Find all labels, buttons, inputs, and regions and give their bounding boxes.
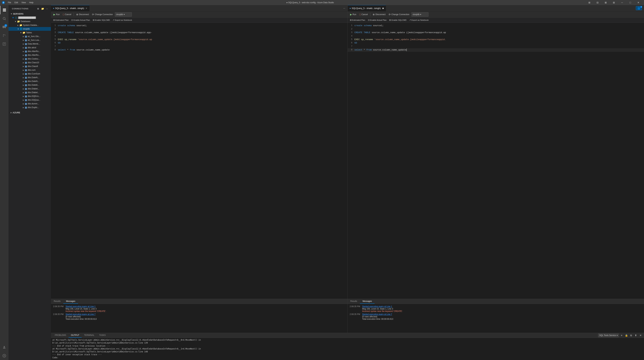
menu-view[interactable]: View [20, 1, 27, 4]
right-actual-plan-button[interactable]: ⊡ Enable Actual Plan [367, 18, 388, 21]
more-actions-button[interactable]: ··· [45, 7, 49, 10]
activity-git[interactable] [0, 31, 8, 40]
right-messages-tab[interactable]: Messages [360, 299, 375, 304]
left-tab[interactable]: ■ SQLQuery_5 - shakti...isingh) ✕ [51, 5, 90, 11]
table-item[interactable]: ▶ ▦ dbo.Castou... [8, 57, 51, 61]
right-cancel-button[interactable]: □ Cancel [358, 13, 369, 16]
left-query-toolbar: ▶ Run □ Cancel ⊗ Disconnect ⟳ Change Co [51, 11, 348, 17]
left-tab-more[interactable]: ··· [342, 6, 346, 10]
left-change-connection-button[interactable]: ⟳ Change Connection [91, 13, 114, 16]
lock-button[interactable]: 🔒 [624, 333, 628, 338]
maximize-button[interactable]: □ [626, 0, 634, 5]
azure-section-header[interactable]: ▶ AZURE [8, 111, 51, 115]
servers-section-header[interactable]: ▼ SERVERS [8, 12, 51, 16]
menu-file[interactable]: File [6, 1, 12, 4]
editor-panes: ▶ Run □ Cancel ⊗ Disconnect ⟳ Change Co [51, 11, 644, 333]
table-item[interactable]: ▶ ▦ Data.Memb... [8, 42, 51, 46]
menu-help[interactable]: Help [28, 1, 35, 4]
code-line: 3 CREATE TABLE source.column_name_update… [348, 31, 644, 34]
system-databases-item[interactable]: ▶ 📁 System Databa... [8, 23, 51, 27]
new-folder-button[interactable]: 📁 [41, 7, 44, 10]
activity-search[interactable] [0, 14, 8, 23]
list-view-button[interactable]: ≡ [620, 333, 624, 338]
table-item[interactable]: ▶ ▦ dbo.DQErro... [8, 94, 51, 98]
table-item[interactable]: ▶ ▦ dbo.Diabet... [8, 91, 51, 94]
left-code-editor[interactable]: 1 create schema source1; 2 3 CREATE TABL… [51, 22, 348, 299]
right-disconnect-button[interactable]: ⊗ Disconnect [372, 13, 386, 16]
table-item[interactable]: ▶ ▦ dbo.CumSum [8, 72, 51, 76]
table-item[interactable]: ▶ ▦ dbo.Class9 [8, 64, 51, 68]
save-layout-button[interactable]: + [636, 6, 642, 10]
panel-icon[interactable]: ⊠ [602, 0, 610, 5]
left-estimated-plan-button[interactable]: ⊞ Estimated Plan [52, 18, 70, 21]
copy-output-button[interactable]: ⧉ [629, 333, 633, 338]
activity-notebooks[interactable] [0, 40, 8, 48]
left-connection-dropdown[interactable]: cksqldb ▾ [115, 12, 132, 17]
code-line: 1 create schema source1; [51, 24, 348, 27]
right-secondary-toolbar: ⊞ Estimated Plan ⊡ Enable Actual Plan ⊞ … [348, 17, 644, 22]
left-sqlcmd-button[interactable]: ⊞ Enable SQLCMD [92, 18, 111, 21]
table-item[interactable]: ▶ ▦ dbo.DateN... [8, 76, 51, 79]
activity-account[interactable] [0, 343, 8, 352]
close-panel-button[interactable]: ✕ [638, 333, 643, 338]
new-connection-button[interactable]: ⊕ [36, 7, 40, 10]
table-item[interactable]: ▶ ▦ dbo.Datetii... [8, 83, 51, 87]
right-sqlcmd-button[interactable]: ⊞ Enable SQLCMD [388, 18, 407, 21]
right-results-tab[interactable]: Results [348, 299, 360, 304]
right-estimated-plan-button[interactable]: ⊞ Estimated Plan [349, 18, 366, 21]
cksqldb-item[interactable]: ▼ 🗄 cksqldb [8, 27, 51, 31]
left-actual-plan-button[interactable]: ⊡ Enable Actual Plan [70, 18, 91, 21]
table-item[interactable]: ▶ ▦ dbo.DateN... [8, 79, 51, 83]
bottom-tab-tasks[interactable]: TASKS [97, 333, 108, 338]
right-code-editor[interactable]: 1 create schema source1; 2 3 CREATE TABL… [348, 22, 644, 299]
bottom-tab-terminal[interactable]: TERMINAL [82, 333, 97, 338]
table-item[interactable]: ▶ ▦ az_func.Glo... [8, 34, 51, 38]
bottom-tab-problems[interactable]: PROBLEMS [52, 333, 68, 338]
table-item[interactable]: ▶ ▦ dbo.Duplic... [8, 106, 51, 109]
databases-folder[interactable]: ▼ 📁 Databases [8, 19, 51, 23]
activity-extensions[interactable]: 1 [0, 23, 8, 31]
right-change-connection-button[interactable]: ⟳ Change Connection [388, 13, 410, 16]
left-disconnect-button[interactable]: ⊗ Disconnect [75, 13, 90, 16]
service-dropdown[interactable]: SQL Tools Service ▾ [598, 334, 619, 337]
right-connection-dropdown[interactable]: cksqldb ▾ [412, 12, 428, 17]
table-item[interactable]: ▶ ▦ dbo.Class10 [8, 61, 51, 64]
left-tab-close[interactable]: ✕ [86, 7, 87, 9]
table-item[interactable]: ▶ ▦ dbo.Diabet... [8, 87, 51, 91]
left-cancel-button[interactable]: □ Cancel [62, 13, 72, 16]
msg-link[interactable]: Started executing query at Line 7 [362, 313, 392, 316]
activity-settings[interactable] [0, 352, 8, 360]
table-item[interactable]: ▶ ▦ dbo.AlterRo... [8, 49, 51, 53]
menu-bar: File Edit View Help [6, 1, 35, 4]
table-item[interactable]: ▶ ▦ dbo.DQQua... [8, 98, 51, 102]
right-tab[interactable]: ■ SQLQuery_5 - shakti...isingh) [348, 5, 386, 11]
msg-link[interactable]: Started executing query at Line 1 [66, 305, 96, 308]
sidebar-content: ▼ SERVERS ▼ ⬡ ████████████ ▼ 📁 Databases [8, 12, 51, 360]
table-item[interactable]: ▶ ▦ dbo.dumm... [8, 102, 51, 106]
activity-connections[interactable] [0, 6, 8, 14]
clear-output-button[interactable]: ⬆ [634, 333, 638, 338]
right-export-notebook-button[interactable]: ↗ Export as Notebook [408, 18, 430, 21]
left-run-button[interactable]: ▶ Run [52, 13, 61, 16]
table-item[interactable]: ▶ ▦ az_func.Lea... [8, 38, 51, 42]
left-export-notebook-button[interactable]: ↗ Export as Notebook [112, 18, 133, 21]
msg-link[interactable]: Started executing query at Line 7 [66, 313, 96, 316]
code-line: 1 create schema source1; [348, 24, 644, 27]
tables-folder[interactable]: ▼ 📁 Tables [8, 31, 51, 34]
server-item[interactable]: ▼ ⬡ ████████████ [8, 16, 51, 19]
bottom-tab-output[interactable]: OUTPUT [68, 333, 82, 338]
table-item[interactable]: ▶ ▦ dbo.AlterRo... [8, 53, 51, 57]
layout-icon[interactable]: ⊞ [586, 0, 593, 5]
close-button[interactable]: ✕ [634, 0, 642, 5]
minimize-button[interactable]: ─ [618, 0, 626, 5]
table-item[interactable]: ▶ ▦ dbo.cum [8, 68, 51, 72]
msg-link[interactable]: Started executing query at Line 1 [362, 305, 392, 308]
databases-label: Databases [20, 20, 30, 22]
split-editor-icon[interactable]: ⊟ [594, 0, 602, 5]
right-run-button[interactable]: ▶ Run [349, 13, 358, 16]
customize-layout-icon[interactable]: ⊞ [610, 0, 618, 5]
left-messages-tab[interactable]: Messages [63, 299, 78, 304]
left-results-tab[interactable]: Results [51, 299, 63, 304]
table-item[interactable]: ▶ ▦ dbo.abcd [8, 46, 51, 49]
menu-edit[interactable]: Edit [13, 1, 20, 4]
